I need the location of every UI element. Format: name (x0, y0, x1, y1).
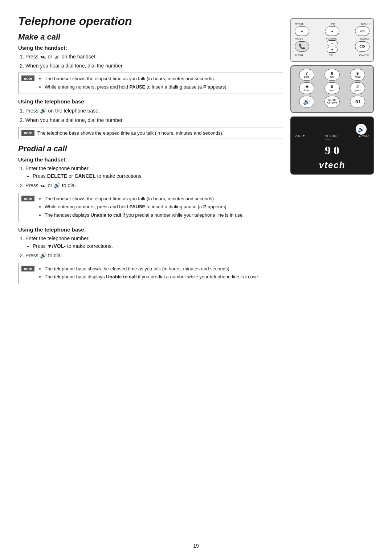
list-item: Press TALK or 🔊 to dial. (25, 181, 283, 190)
keypad-row-bottom: 🔊 MUTEDELETE INT (294, 96, 370, 107)
key-int[interactable]: INT (350, 96, 365, 107)
base-speaker-icon: 🔊 (356, 124, 367, 135)
speaker-icon: 🔊 (54, 55, 60, 59)
handset-keypad-diagram: 7 pqrs 8 tuv 9 wxyz ✱ tone (290, 65, 374, 113)
base-number-display: 9 0 (325, 144, 339, 157)
key-star[interactable]: ✱ tone (299, 82, 314, 94)
page-number: 19 (193, 543, 199, 549)
top-buttons-row: ▲ ▲ ◁ ▷ (295, 26, 369, 36)
page-title: Telephone operation (18, 15, 283, 28)
talk-button[interactable]: 📞 (295, 41, 309, 52)
menu-label: MENU (361, 23, 369, 26)
note-label-2: note (21, 130, 34, 136)
off-button[interactable]: CID (355, 41, 369, 52)
list-item: The telephone base shows the elapsed tim… (45, 265, 259, 273)
key-hash[interactable]: # quiet (350, 82, 365, 94)
redial-label: REDIAL (295, 23, 305, 26)
handset-top-diagram: REDIAL EQ MENU ▲ ▲ ◁ ▷ PAUSE VOLUME SELE… (290, 18, 374, 62)
list-item: The telephone base displays Unable to ca… (45, 273, 259, 281)
note-label-3: note (21, 196, 34, 201)
svg-text:TALK: TALK (40, 185, 46, 188)
note-label-4: note (21, 266, 34, 271)
bottom-labels: FLASH CID CANCEL (295, 54, 369, 57)
note-content-4: The telephone base shows the elapsed tim… (37, 265, 259, 282)
list-item: When you hear a dial tone, dial the numb… (25, 62, 283, 70)
base-station-diagram: VOL- ▼ CHARGE━━━ ▲ VOL+ 🔊 9 0 vtech (290, 116, 374, 175)
list-item: The handset shows the elapsed time as yo… (45, 195, 244, 203)
left-column: Telephone operation Make a call Using th… (18, 15, 283, 289)
list-item: Press TALK or 🔊 on the handset. (25, 53, 283, 61)
list-item: Enter the telephone number. Press DELETE… (25, 165, 283, 180)
menu-button[interactable]: ◁ ▷ (355, 26, 369, 36)
predial-handset-note: note The handset shows the elapsed time … (18, 193, 283, 222)
list-item: Press 🔊 on the telephone base. (25, 107, 283, 115)
vol-up-button[interactable]: ▲ (327, 40, 338, 46)
svg-text:🔊: 🔊 (54, 55, 60, 59)
make-base-note: note The telephone base shows the elapse… (18, 127, 283, 139)
list-item: The handset shows the elapsed time as yo… (45, 75, 228, 82)
redial-button[interactable]: ▲ (295, 26, 309, 36)
list-item: Enter the telephone number. Press ▼/VOL-… (25, 235, 283, 250)
eq-button[interactable]: ▲ (325, 26, 339, 36)
predial-base-title: Using the telephone base: (18, 226, 283, 233)
predial-base-note: note The telephone base shows the elapse… (18, 263, 283, 284)
keypad-row-star0hash: ✱ tone 0 oper # quiet (294, 82, 370, 94)
list-item: Press ▼/VOL- to make corrections. (33, 242, 283, 250)
make-handset-title: Using the handset: (18, 45, 283, 51)
key-7[interactable]: 7 pqrs (299, 69, 314, 81)
key-mute-delete[interactable]: MUTEDELETE (324, 96, 340, 107)
list-item: While entering numbers, press and hold P… (45, 83, 228, 91)
predial-handset-title: Using the handset: (18, 156, 283, 163)
key-9[interactable]: 9 wxyz (350, 69, 365, 81)
talk-icon-2: TALK (40, 184, 46, 188)
make-a-call-title: Make a call (18, 32, 283, 42)
volume-control: ▲ ▼ (327, 40, 338, 53)
make-base-title: Using the telephone base: (18, 98, 283, 105)
button-labels-row: REDIAL EQ MENU (295, 23, 369, 26)
list-item: The handset displays Unable to call if y… (45, 212, 244, 219)
predial-title: Predial a call (18, 144, 283, 154)
middle-buttons-row: 📞 ▲ ▼ CID (295, 40, 369, 53)
talk-icon: TALK (40, 55, 46, 59)
list-item: Press 🔊 to dial. (25, 252, 283, 260)
make-handset-note: note The handset shows the elapsed time … (18, 73, 283, 94)
vtech-logo: vtech (319, 160, 346, 170)
key-speaker[interactable]: 🔊 (299, 96, 314, 107)
base-controls: VOL- ▼ CHARGE━━━ ▲ VOL+ (295, 134, 369, 142)
list-item: When you hear a dial tone, dial the numb… (25, 116, 283, 124)
make-base-steps: Press 🔊 on the telephone base. When you … (25, 107, 283, 124)
note-content-3: The handset shows the elapsed time as yo… (37, 195, 244, 220)
note-content-2: The telephone base shows the elapsed tim… (37, 130, 223, 137)
list-item: While entering numbers, press and hold P… (45, 203, 244, 210)
predial-base-steps: Enter the telephone number. Press ▼/VOL-… (25, 235, 283, 260)
note-label: note (21, 75, 34, 81)
key-8[interactable]: 8 tuv (324, 69, 340, 81)
svg-text:TALK: TALK (40, 56, 46, 59)
keypad-row-789: 7 pqrs 8 tuv 9 wxyz (294, 69, 370, 81)
make-handset-steps: Press TALK or 🔊 on the handset. When you… (25, 53, 283, 70)
middle-labels: PAUSE VOLUME SELECT (295, 37, 369, 40)
list-item: Press DELETE or CANCEL to make correctio… (33, 172, 283, 180)
vol-down-button[interactable]: ▼ (327, 47, 338, 53)
predial-handset-steps: Enter the telephone number. Press DELETE… (25, 165, 283, 190)
right-column: REDIAL EQ MENU ▲ ▲ ◁ ▷ PAUSE VOLUME SELE… (290, 15, 374, 289)
eq-label: EQ (331, 23, 335, 26)
key-0[interactable]: 0 oper (324, 82, 340, 94)
note-content: The handset shows the elapsed time as yo… (37, 75, 228, 91)
